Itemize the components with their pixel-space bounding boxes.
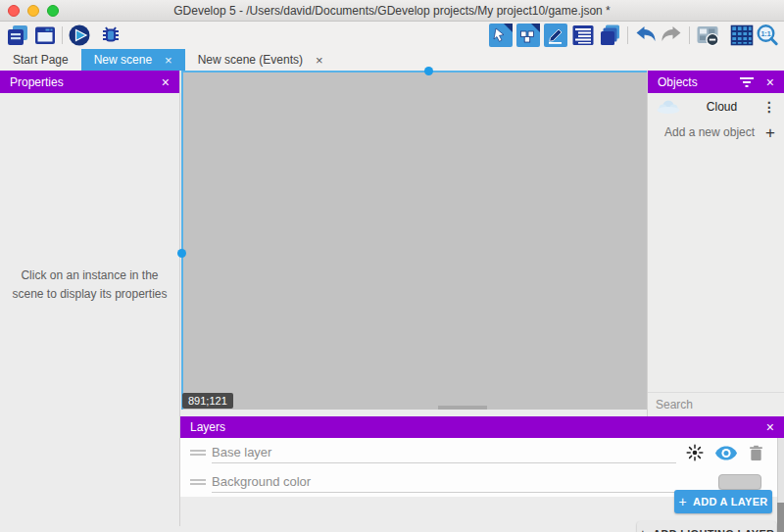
editor-tab-bar: Start Page New scene × New scene (Events… — [0, 49, 784, 71]
kebab-menu-icon[interactable]: ⋮ — [762, 99, 776, 115]
toolbar-separator — [627, 26, 628, 44]
grid-icon[interactable] — [730, 24, 754, 47]
debug-icon[interactable] — [99, 24, 122, 47]
toolbar-separator — [62, 26, 63, 44]
tab-label: New scene — [94, 53, 152, 67]
layers-scrollbar-track[interactable] — [777, 438, 784, 532]
add-lighting-layer-label: ADD LIGHTING LAYER — [653, 528, 774, 532]
scene-canvas[interactable]: 891;121 — [181, 71, 647, 410]
visibility-icon[interactable] — [715, 446, 737, 460]
window-controls — [8, 5, 59, 17]
cursor-coordinates-badge: 891;121 — [182, 393, 233, 409]
add-lighting-layer-button[interactable]: + ADD LIGHTING LAYER — [637, 521, 776, 532]
effects-icon[interactable] — [686, 444, 704, 461]
title-bar: GDevelop 5 - /Users/david/Documents/GDev… — [0, 0, 784, 22]
objects-panel: Objects × Cloud ⋮ Add a new object + — [647, 71, 784, 416]
selection-handle-top[interactable] — [424, 67, 433, 75]
zoom-ratio-label: 1:1 — [760, 30, 770, 37]
layers-icon[interactable] — [599, 24, 622, 47]
minimize-window-button[interactable] — [27, 5, 39, 17]
properties-hint-text: Click on an instance in the scene to dis… — [12, 266, 168, 303]
drag-handle-icon[interactable] — [190, 477, 206, 487]
layers-panel-header: Layers × — [180, 416, 784, 438]
layer-name-input[interactable] — [212, 442, 676, 463]
delete-icon[interactable] — [749, 445, 763, 461]
object-list-item-cloud[interactable]: Cloud ⋮ — [648, 93, 784, 120]
tab-label: New scene (Events) — [198, 53, 303, 67]
cloud-object-icon — [656, 99, 681, 114]
background-color-swatch[interactable] — [718, 474, 761, 490]
properties-panel: Properties × Click on an instance in the… — [0, 71, 180, 526]
drag-handle-icon[interactable] — [190, 448, 206, 458]
layers-panel: Layers × — [180, 416, 784, 532]
add-layer-label: ADD A LAYER — [693, 496, 768, 508]
add-object-label[interactable]: Add a new object — [664, 125, 755, 139]
close-window-button[interactable] — [8, 5, 20, 17]
add-object-plus-icon[interactable]: + — [765, 124, 775, 141]
redo-icon[interactable] — [659, 24, 684, 47]
layers-panel-title: Layers — [190, 420, 766, 434]
layer-row-actions — [718, 474, 767, 490]
tab-new-scene[interactable]: New scene × — [81, 49, 185, 71]
selection-border-top — [181, 71, 647, 73]
window-title: GDevelop 5 - /Users/david/Documents/GDev… — [173, 4, 611, 18]
undo-icon[interactable] — [633, 24, 659, 47]
add-layer-button[interactable]: + ADD A LAYER — [674, 490, 772, 513]
filter-icon[interactable] — [740, 77, 754, 87]
properties-edit-icon[interactable] — [544, 24, 567, 47]
objects-search-row — [648, 392, 784, 416]
tab-label: Start Page — [13, 53, 69, 67]
objects-edit-icon[interactable] — [516, 24, 540, 47]
selection-handle-left[interactable] — [177, 249, 186, 258]
project-manager-icon[interactable] — [6, 24, 29, 47]
objects-search-input[interactable] — [656, 398, 784, 411]
objects-panel-title: Objects — [658, 75, 740, 89]
close-icon[interactable]: × — [766, 420, 774, 434]
tab-start-page[interactable]: Start Page — [0, 49, 81, 71]
close-icon[interactable]: × — [165, 54, 172, 67]
close-icon[interactable]: × — [162, 75, 170, 89]
canvas-horizontal-scrollbar[interactable] — [438, 406, 487, 410]
window-mask-icon[interactable] — [695, 24, 720, 47]
tab-new-scene-events[interactable]: New scene (Events) × — [185, 49, 336, 71]
layer-row-actions — [686, 444, 767, 461]
maximize-window-button[interactable] — [47, 5, 59, 17]
plus-icon: + — [639, 526, 647, 532]
objects-panel-header: Objects × — [648, 71, 784, 93]
close-icon[interactable]: × — [316, 54, 323, 67]
properties-panel-title: Properties — [10, 75, 162, 89]
toolbar-separator — [689, 26, 690, 44]
scene-edit-icon[interactable] — [489, 24, 513, 47]
add-object-row: Add a new object + — [648, 120, 784, 145]
object-name: Cloud — [681, 100, 762, 114]
close-icon[interactable]: × — [766, 75, 774, 89]
zoom-ratio-icon[interactable]: 1:1 — [756, 24, 779, 47]
layers-scrollbar-thumb[interactable] — [777, 503, 784, 532]
layer-row-base — [180, 438, 777, 467]
main-toolbar: 1:1 — [0, 22, 784, 49]
preview-icon[interactable] — [68, 24, 91, 47]
selection-border-left — [181, 71, 183, 410]
plus-icon: + — [678, 494, 686, 509]
properties-panel-header: Properties × — [0, 71, 179, 93]
events-list-icon[interactable] — [571, 24, 595, 47]
start-page-icon[interactable] — [33, 24, 57, 47]
layer-name-input[interactable] — [212, 471, 709, 493]
